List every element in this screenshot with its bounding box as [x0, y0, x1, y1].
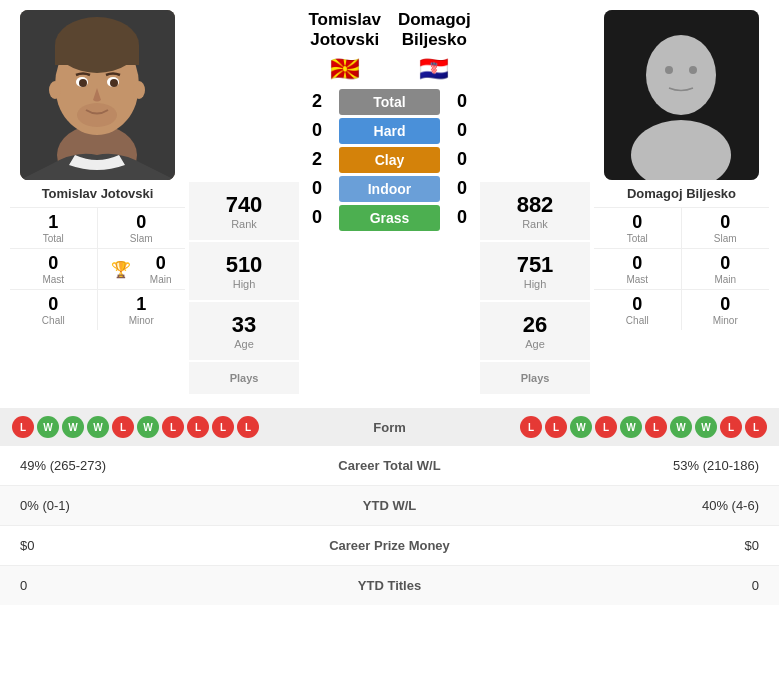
- right-main-stat: 0 Main: [682, 249, 770, 290]
- match-center: Tomislav Jotovski 🇲🇰 Domagoj Biljesko 🇭🇷: [303, 10, 476, 231]
- left-mast-main-row: 0 Mast: [10, 249, 98, 290]
- left-mid-stats: 740 Rank 510 High 33 Age Plays: [189, 10, 299, 394]
- left-trophy-main-row: 🏆 0 Main: [98, 249, 186, 290]
- right-player-panel: Domagoj Biljesko 0 Total 0 Slam 0 Mast 0…: [594, 10, 769, 330]
- right-form-9: L: [720, 416, 742, 438]
- surface-row-clay: 2 Clay 0: [303, 147, 476, 173]
- left-form-7: L: [162, 416, 184, 438]
- comparison-table: 49% (265-273) Career Total W/L 53% (210-…: [0, 446, 779, 605]
- right-flag: 🇭🇷: [398, 55, 471, 83]
- surface-row-indoor: 0 Indoor 0: [303, 176, 476, 202]
- prize-label: Career Prize Money: [329, 538, 450, 553]
- left-age-box: 33 Age: [189, 302, 299, 360]
- grass-badge: Grass: [339, 205, 440, 231]
- main-container: Tomislav Jotovski 1 Total 0 Slam 0 Mast …: [0, 0, 779, 605]
- surface-row-hard: 0 Hard 0: [303, 118, 476, 144]
- right-form-4: L: [595, 416, 617, 438]
- form-label: Form: [373, 420, 406, 435]
- right-form-1: L: [520, 416, 542, 438]
- left-ytd-wl: 0% (0-1): [20, 498, 240, 513]
- left-plays-box: Plays: [189, 362, 299, 394]
- right-form-badges: L L W L W L W W L L: [520, 416, 767, 438]
- right-form-7: W: [670, 416, 692, 438]
- left-flag: 🇲🇰: [308, 55, 381, 83]
- left-player-name: Tomislav Jotovski: [10, 186, 185, 201]
- right-form-6: L: [645, 416, 667, 438]
- right-player-photo: [604, 10, 759, 180]
- right-total-stat: 0 Total: [594, 208, 682, 249]
- ytd-wl-row: 0% (0-1) YTD W/L 40% (4-6): [0, 486, 779, 526]
- svg-point-9: [77, 103, 117, 127]
- ytd-wl-label: YTD W/L: [363, 498, 416, 513]
- right-form-2: L: [545, 416, 567, 438]
- right-mast-stat: 0 Mast: [594, 249, 682, 290]
- left-player-panel: Tomislav Jotovski 1 Total 0 Slam 0 Mast …: [10, 10, 185, 330]
- left-form-6: W: [137, 416, 159, 438]
- left-player-photo-svg: [20, 10, 175, 180]
- right-slam-stat: 0 Slam: [682, 208, 770, 249]
- svg-point-7: [79, 79, 87, 87]
- career-wl-label: Career Total W/L: [338, 458, 440, 473]
- left-form-2: W: [37, 416, 59, 438]
- svg-point-13: [646, 35, 716, 115]
- right-header-name: Domagoj Biljesko: [398, 10, 471, 51]
- left-player-photo: [20, 10, 175, 180]
- svg-point-16: [689, 66, 697, 74]
- total-badge: Total: [339, 89, 440, 115]
- ytd-titles-row: 0 YTD Titles 0: [0, 566, 779, 605]
- left-form-5: L: [112, 416, 134, 438]
- left-titles: 0: [20, 578, 240, 593]
- left-rank-box: 740 Rank: [189, 182, 299, 240]
- surface-row-total: 2 Total 0: [303, 89, 476, 115]
- left-slam-stat: 0 Slam: [98, 208, 186, 249]
- right-age-box: 26 Age: [480, 302, 590, 360]
- svg-rect-4: [55, 45, 139, 65]
- right-form-8: W: [695, 416, 717, 438]
- right-chall-stat: 0 Chall: [594, 290, 682, 330]
- player-headers: Tomislav Jotovski 🇲🇰 Domagoj Biljesko 🇭🇷: [303, 10, 476, 83]
- svg-point-11: [133, 81, 145, 99]
- left-form-10: L: [237, 416, 259, 438]
- titles-label: YTD Titles: [358, 578, 421, 593]
- indoor-badge: Indoor: [339, 176, 440, 202]
- right-mid-stats: 882 Rank 751 High 26 Age Plays: [480, 10, 590, 394]
- svg-point-8: [110, 79, 118, 87]
- surface-rows: 2 Total 0 0 Hard 0 2 Clay 0 0: [303, 89, 476, 231]
- right-minor-stat: 0 Minor: [682, 290, 770, 330]
- right-ytd-wl: 40% (4-6): [539, 498, 759, 513]
- svg-point-10: [49, 81, 61, 99]
- right-player-name: Domagoj Biljesko: [594, 186, 769, 201]
- left-form-1: L: [12, 416, 34, 438]
- left-player-header: Tomislav Jotovski 🇲🇰: [308, 10, 381, 83]
- left-high-box: 510 High: [189, 242, 299, 300]
- right-prize: $0: [539, 538, 759, 553]
- prize-money-row: $0 Career Prize Money $0: [0, 526, 779, 566]
- left-minor-stat: 1 Minor: [98, 290, 186, 330]
- right-player-photo-svg: [604, 10, 759, 180]
- right-player-header: Domagoj Biljesko 🇭🇷: [398, 10, 471, 83]
- right-plays-box: Plays: [480, 362, 590, 394]
- left-form-3: W: [62, 416, 84, 438]
- left-form-badges: L W W W L W L L L L: [12, 416, 259, 438]
- left-form-4: W: [87, 416, 109, 438]
- left-form-8: L: [187, 416, 209, 438]
- clay-badge: Clay: [339, 147, 440, 173]
- right-rank-box: 882 Rank: [480, 182, 590, 240]
- right-form-5: W: [620, 416, 642, 438]
- hard-badge: Hard: [339, 118, 440, 144]
- right-form-10: L: [745, 416, 767, 438]
- left-form-9: L: [212, 416, 234, 438]
- left-total-stat: 1 Total: [10, 208, 98, 249]
- right-form-3: W: [570, 416, 592, 438]
- left-prize: $0: [20, 538, 240, 553]
- left-career-wl: 49% (265-273): [20, 458, 240, 473]
- career-wl-row: 49% (265-273) Career Total W/L 53% (210-…: [0, 446, 779, 486]
- svg-point-15: [665, 66, 673, 74]
- right-career-wl: 53% (210-186): [539, 458, 759, 473]
- form-section: L W W W L W L L L L Form L L W L W L W W…: [0, 408, 779, 446]
- surface-row-grass: 0 Grass 0: [303, 205, 476, 231]
- left-header-name: Tomislav Jotovski: [308, 10, 381, 51]
- right-high-box: 751 High: [480, 242, 590, 300]
- right-titles: 0: [539, 578, 759, 593]
- left-chall-stat: 0 Chall: [10, 290, 98, 330]
